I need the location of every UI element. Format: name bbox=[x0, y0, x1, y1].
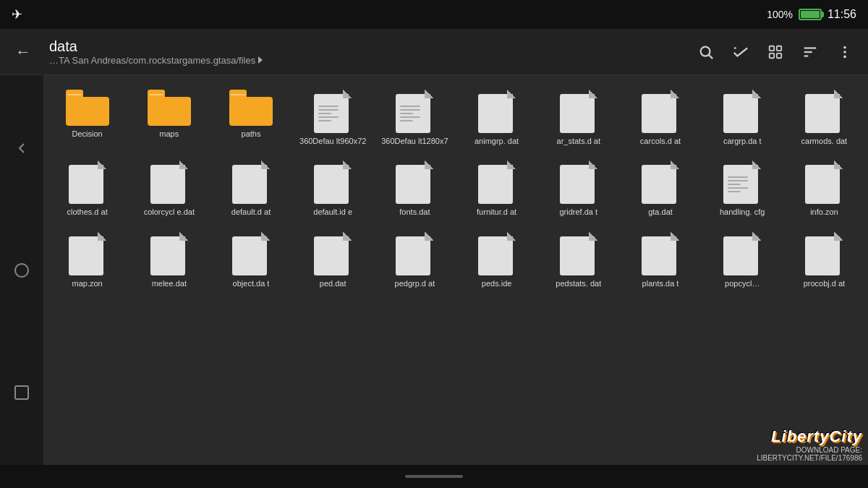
file-item[interactable]: furnitur.d at bbox=[456, 155, 537, 223]
svg-point-11 bbox=[843, 55, 846, 58]
file-name: pedgrp.d at bbox=[395, 278, 435, 288]
file-name: object.da t bbox=[233, 278, 270, 288]
document-icon bbox=[642, 232, 679, 275]
document-icon bbox=[805, 90, 843, 133]
file-item[interactable]: map.zon bbox=[46, 226, 128, 294]
home-nav-button[interactable] bbox=[7, 256, 36, 285]
file-name: default.id e bbox=[313, 207, 352, 217]
file-item[interactable]: ar_stats.d at bbox=[537, 84, 619, 152]
file-item[interactable]: Decision bbox=[46, 84, 128, 152]
path-arrow-icon bbox=[258, 56, 263, 64]
file-name: gridref.da t bbox=[559, 207, 597, 217]
document-icon bbox=[232, 232, 270, 275]
file-item[interactable]: fonts.dat bbox=[374, 155, 456, 223]
file-item[interactable]: pedstats. dat bbox=[537, 226, 619, 294]
file-item[interactable]: pedgrp.d at bbox=[374, 226, 456, 294]
file-name: colorcycl e.dat bbox=[144, 207, 195, 217]
folder-icon bbox=[229, 90, 273, 126]
file-item[interactable]: paths bbox=[210, 84, 292, 152]
side-nav bbox=[0, 75, 43, 465]
file-item[interactable]: melee.dat bbox=[128, 226, 210, 294]
file-item[interactable]: carmods. dat bbox=[783, 84, 865, 152]
file-name: 360Defau lt960x72 bbox=[299, 136, 366, 146]
svg-point-12 bbox=[15, 264, 28, 277]
svg-point-0 bbox=[701, 46, 710, 56]
file-name: fonts.dat bbox=[399, 207, 430, 217]
document-icon bbox=[560, 232, 597, 275]
file-item[interactable]: info.zon bbox=[783, 155, 865, 223]
document-icon bbox=[314, 160, 352, 204]
document-icon bbox=[478, 90, 516, 133]
more-options-button[interactable] bbox=[830, 38, 859, 67]
file-item[interactable]: clothes.d at bbox=[46, 155, 128, 223]
toolbar: ← data …TA San Andreas/com.rockstargames… bbox=[0, 29, 868, 75]
svg-rect-5 bbox=[777, 53, 781, 57]
file-name: handling. cfg bbox=[720, 207, 765, 217]
file-name: carcols.d at bbox=[640, 136, 681, 146]
toolbar-actions bbox=[692, 38, 859, 67]
file-item[interactable]: cargrp.da t bbox=[702, 84, 783, 152]
file-item[interactable]: default.d at bbox=[210, 155, 292, 223]
file-name: map.zon bbox=[72, 278, 102, 288]
file-name: popcycl… bbox=[725, 278, 760, 288]
search-button[interactable] bbox=[692, 38, 720, 67]
back-button[interactable]: ← bbox=[9, 38, 38, 67]
document-icon bbox=[642, 90, 679, 133]
folder-icon bbox=[66, 90, 109, 126]
file-item[interactable]: carcols.d at bbox=[619, 84, 701, 152]
document-icon bbox=[396, 90, 433, 133]
document-icon bbox=[69, 232, 106, 275]
file-name: animgrp. dat bbox=[475, 136, 519, 146]
bottom-bar bbox=[0, 465, 868, 488]
status-bar: ✈ 100% 11:56 bbox=[0, 0, 868, 29]
file-name: melee.dat bbox=[152, 278, 187, 288]
select-all-button[interactable] bbox=[726, 38, 755, 67]
document-icon bbox=[805, 160, 843, 204]
airplane-icon: ✈ bbox=[12, 7, 22, 22]
folder-icon bbox=[148, 90, 191, 126]
file-item[interactable]: plants.da t bbox=[619, 226, 701, 294]
file-item[interactable]: object.da t bbox=[210, 226, 292, 294]
file-item[interactable]: gta.dat bbox=[619, 155, 701, 223]
file-item[interactable]: default.id e bbox=[292, 155, 374, 223]
file-item[interactable]: 360Defau lt960x72 bbox=[292, 84, 374, 152]
recent-nav-button[interactable] bbox=[7, 378, 36, 407]
file-item[interactable]: peds.ide bbox=[456, 226, 537, 294]
file-name: default.d at bbox=[231, 207, 271, 217]
file-name: ped.dat bbox=[320, 278, 346, 288]
folder-title: data bbox=[49, 38, 686, 55]
document-icon bbox=[396, 232, 433, 275]
svg-line-1 bbox=[709, 55, 712, 59]
file-item[interactable]: handling. cfg bbox=[702, 155, 783, 223]
folder-path: …TA San Andreas/com.rockstargames.gtasa/… bbox=[49, 55, 686, 66]
file-item[interactable]: popcycl… bbox=[702, 226, 783, 294]
file-name: maps bbox=[159, 129, 179, 139]
file-item[interactable]: colorcycl e.dat bbox=[128, 155, 210, 223]
battery-percent: 100% bbox=[767, 9, 793, 20]
file-name: carmods. dat bbox=[801, 136, 848, 146]
document-icon bbox=[642, 160, 679, 204]
file-item[interactable]: animgrp. dat bbox=[456, 84, 537, 152]
svg-rect-2 bbox=[770, 46, 774, 50]
battery-icon bbox=[799, 9, 822, 20]
back-nav-button[interactable] bbox=[7, 134, 36, 163]
sort-button[interactable] bbox=[796, 38, 825, 67]
document-icon bbox=[150, 160, 188, 204]
file-item[interactable]: ped.dat bbox=[292, 226, 374, 294]
document-icon bbox=[478, 160, 516, 204]
grid-view-button[interactable] bbox=[761, 38, 790, 67]
svg-rect-4 bbox=[770, 53, 774, 57]
file-name: peds.ide bbox=[482, 278, 512, 288]
svg-point-9 bbox=[843, 46, 846, 48]
status-left: ✈ bbox=[12, 7, 22, 22]
document-icon bbox=[396, 160, 433, 204]
file-item[interactable]: maps bbox=[128, 84, 210, 152]
document-icon bbox=[478, 232, 516, 275]
document-icon bbox=[805, 232, 843, 275]
file-item[interactable]: gridref.da t bbox=[537, 155, 619, 223]
file-item[interactable]: procobj.d at bbox=[783, 226, 865, 294]
file-item[interactable]: 360Defau lt1280x7 bbox=[374, 84, 456, 152]
file-name: ar_stats.d at bbox=[557, 136, 601, 146]
file-name: clothes.d at bbox=[67, 207, 107, 217]
file-name: cargrp.da t bbox=[723, 136, 762, 146]
